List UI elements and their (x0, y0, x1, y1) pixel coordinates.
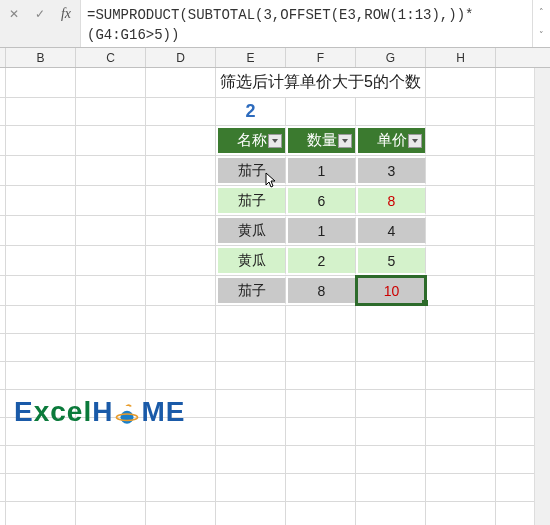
cell-price[interactable]: 5 (356, 246, 426, 275)
logo-planet-icon (114, 401, 140, 427)
table-row: 黄瓜25 (0, 246, 550, 276)
logo-me: ME (141, 396, 185, 427)
title-row: 筛选后计算单价大于5的个数 (0, 68, 550, 98)
fx-icon[interactable]: fx (54, 4, 78, 24)
empty-row (0, 334, 550, 362)
table-row: 茄子810 (0, 276, 550, 306)
result-cell[interactable]: 2 (216, 98, 286, 125)
formula-input[interactable]: =SUMPRODUCT(SUBTOTAL(3,OFFSET(E3,ROW(1:1… (80, 0, 532, 47)
empty-row (0, 502, 550, 525)
cell-price[interactable]: 4 (356, 216, 426, 245)
empty-row (0, 306, 550, 334)
cell-qty[interactable]: 2 (286, 246, 356, 275)
logo-e: E (14, 396, 34, 427)
table-row: 茄子13 (0, 156, 550, 186)
empty-row (0, 362, 550, 390)
col-head-E[interactable]: E (216, 48, 286, 67)
col-head-H[interactable]: H (426, 48, 496, 67)
header-name-label: 名称 (237, 131, 267, 150)
cell-qty[interactable]: 6 (286, 186, 356, 215)
header-price-label: 单价 (377, 131, 407, 150)
cell-price[interactable]: 10 (356, 276, 426, 305)
filter-button-name[interactable] (268, 134, 282, 148)
cell-name[interactable]: 黄瓜 (216, 246, 286, 275)
empty-row (0, 446, 550, 474)
column-headers: B C D E F G H (0, 48, 550, 68)
header-price[interactable]: 单价 (356, 126, 426, 155)
formula-expand-button[interactable]: ˄ ˅ (532, 0, 550, 47)
col-head-B[interactable]: B (6, 48, 76, 67)
cell-name[interactable]: 茄子 (216, 186, 286, 215)
formula-bar-buttons: ✕ ✓ fx (0, 0, 80, 47)
header-qty-label: 数量 (307, 131, 337, 150)
cell-price[interactable]: 8 (356, 186, 426, 215)
cell-qty[interactable]: 1 (286, 216, 356, 245)
cell-name[interactable]: 茄子 (216, 276, 286, 305)
chevron-up-icon: ˄ (539, 7, 544, 17)
col-head-F[interactable]: F (286, 48, 356, 67)
col-head-C[interactable]: C (76, 48, 146, 67)
col-head-G[interactable]: G (356, 48, 426, 67)
col-head-D[interactable]: D (146, 48, 216, 67)
table-title: 筛选后计算单价大于5的个数 (216, 68, 426, 97)
logo-h: H (92, 396, 113, 427)
logo-xcel: xcel (34, 396, 93, 427)
grid-rows: 筛选后计算单价大于5的个数 2 名称 数量 单价 (0, 68, 550, 525)
cell-qty[interactable]: 8 (286, 276, 356, 305)
header-name[interactable]: 名称 (216, 126, 286, 155)
filter-button-price[interactable] (408, 134, 422, 148)
table-row: 黄瓜14 (0, 216, 550, 246)
cell-name[interactable]: 黄瓜 (216, 216, 286, 245)
cell-price[interactable]: 3 (356, 156, 426, 185)
svg-point-0 (121, 410, 134, 423)
excelhome-logo: ExcelHME (14, 396, 185, 428)
confirm-icon[interactable]: ✓ (28, 4, 52, 24)
table-header-row: 名称 数量 单价 (0, 126, 550, 156)
chevron-down-icon: ˅ (539, 30, 544, 40)
vertical-scrollbar[interactable] (534, 68, 550, 525)
empty-row (0, 474, 550, 502)
result-row: 2 (0, 98, 550, 126)
spreadsheet-grid[interactable]: B C D E F G H 筛选后计算单价大于5的个数 2 名称 (0, 48, 550, 525)
formula-bar: ✕ ✓ fx =SUMPRODUCT(SUBTOTAL(3,OFFSET(E3,… (0, 0, 550, 48)
cancel-icon[interactable]: ✕ (2, 4, 26, 24)
filter-button-qty[interactable] (338, 134, 352, 148)
table-row: 茄子68 (0, 186, 550, 216)
cell-qty[interactable]: 1 (286, 156, 356, 185)
cell-name[interactable]: 茄子 (216, 156, 286, 185)
header-qty[interactable]: 数量 (286, 126, 356, 155)
